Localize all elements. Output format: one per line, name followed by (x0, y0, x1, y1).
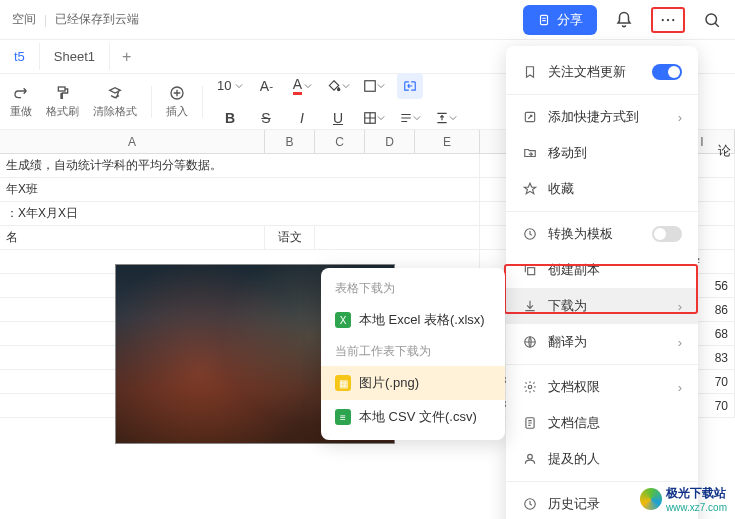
share-label: 分享 (557, 11, 583, 29)
chevron-right-icon: › (678, 380, 682, 395)
font-size-decrease[interactable]: A- (253, 73, 279, 99)
download-icon (522, 298, 538, 314)
format-painter-label: 格式刷 (46, 104, 79, 119)
watermark-url: www.xz7.com (666, 502, 727, 513)
separator: | (44, 13, 47, 27)
menu-follow-updates[interactable]: 关注文档更新 (506, 54, 698, 90)
submenu-header: 表格下载为 (321, 274, 505, 303)
share-button[interactable]: 分享 (523, 5, 597, 35)
cell-subject[interactable]: 语文 (265, 226, 315, 249)
save-status: 已经保存到云端 (55, 11, 139, 28)
col-header-a[interactable]: A (0, 130, 265, 153)
menu-translate-as[interactable]: 翻译为 › (506, 324, 698, 360)
search-icon[interactable] (701, 9, 723, 31)
menu-doc-permission[interactable]: 文档权限 › (506, 369, 698, 405)
align-button[interactable] (397, 105, 423, 131)
menu-label: 翻译为 (548, 333, 587, 351)
menu-label: 添加快捷方式到 (548, 108, 639, 126)
excel-icon: X (335, 312, 351, 328)
cell-style-button[interactable] (361, 105, 387, 131)
bookmark-icon (522, 64, 538, 80)
watermark-name: 极光下载站 (666, 485, 727, 502)
submenu-label: 图片(.png) (359, 374, 419, 392)
star-icon (522, 181, 538, 197)
cell-text[interactable]: 年X班 (0, 178, 480, 201)
menu-label: 转换为模板 (548, 225, 613, 243)
svg-point-3 (672, 18, 674, 20)
format-painter-icon[interactable] (53, 84, 73, 102)
fill-color-button[interactable] (325, 73, 351, 99)
more-menu-dropdown: 关注文档更新 添加快捷方式到 › 移动到 收藏 转换为模板 创建副本 下载为 ›… (506, 46, 698, 519)
col-header-b[interactable]: B (265, 130, 315, 153)
insert-label: 插入 (166, 104, 188, 119)
submenu-label: 本地 CSV 文件(.csv) (359, 408, 477, 426)
cell-text[interactable]: ：X年X月X日 (0, 202, 480, 225)
add-sheet-button[interactable]: + (110, 48, 143, 66)
chevron-down-icon (235, 82, 243, 90)
cell-text[interactable]: 名 (0, 226, 265, 249)
menu-label: 创建副本 (548, 261, 600, 279)
redo-icon[interactable] (11, 84, 31, 102)
menu-label: 历史记录 (548, 495, 600, 513)
redo-label: 重做 (10, 104, 32, 119)
menu-move-to[interactable]: 移动到 (506, 135, 698, 171)
col-header-c[interactable]: C (315, 130, 365, 153)
submenu-header: 当前工作表下载为 (321, 337, 505, 366)
clear-format-label: 清除格式 (93, 104, 137, 119)
toggle-off[interactable] (652, 226, 682, 242)
font-size-selector[interactable]: 10 (217, 78, 243, 93)
strikethrough-button[interactable]: S (253, 105, 279, 131)
underline-button[interactable]: U (325, 105, 351, 131)
gear-icon (522, 379, 538, 395)
svg-rect-7 (365, 80, 376, 91)
svg-rect-11 (528, 268, 535, 275)
menu-mentioned[interactable]: 提及的人 (506, 441, 698, 477)
submenu-png[interactable]: ▦ 图片(.png) (321, 366, 505, 400)
svg-point-2 (667, 18, 669, 20)
ellipsis-icon (659, 11, 677, 29)
menu-add-shortcut[interactable]: 添加快捷方式到 › (506, 99, 698, 135)
watermark: 极光下载站 www.xz7.com (640, 485, 727, 513)
submenu-label: 本地 Excel 表格(.xlsx) (359, 311, 485, 329)
notification-icon[interactable] (613, 9, 635, 31)
submenu-csv[interactable]: ≡ 本地 CSV 文件(.csv) (321, 400, 505, 434)
tab-sheet1[interactable]: Sheet1 (40, 43, 110, 70)
move-icon (522, 145, 538, 161)
toggle-on[interactable] (652, 64, 682, 80)
svg-point-4 (706, 14, 717, 25)
bold-button[interactable]: B (217, 105, 243, 131)
border-button[interactable] (361, 73, 387, 99)
menu-label: 文档权限 (548, 378, 600, 396)
insert-icon[interactable] (167, 84, 187, 102)
chevron-right-icon: › (678, 299, 682, 314)
image-icon: ▦ (335, 375, 351, 391)
menu-download-as[interactable]: 下载为 › (506, 288, 698, 324)
chevron-right-icon: › (678, 110, 682, 125)
merge-cells-button[interactable] (397, 73, 423, 99)
shortcut-icon (522, 109, 538, 125)
col-header-d[interactable]: D (365, 130, 415, 153)
menu-label: 移动到 (548, 144, 587, 162)
menu-favorite[interactable]: 收藏 (506, 171, 698, 207)
menu-label: 文档信息 (548, 414, 600, 432)
col-header-e[interactable]: E (415, 130, 480, 153)
menu-doc-info[interactable]: 文档信息 (506, 405, 698, 441)
svg-point-15 (528, 454, 533, 459)
history-icon (522, 496, 538, 512)
italic-button[interactable]: I (289, 105, 315, 131)
valign-button[interactable] (433, 105, 459, 131)
menu-to-template[interactable]: 转换为模板 (506, 216, 698, 252)
menu-label: 提及的人 (548, 450, 600, 468)
cell-text[interactable]: 生成绩，自动统计学科的平均分等数据。 (0, 154, 480, 177)
more-menu-button[interactable] (651, 7, 685, 33)
font-size-value: 10 (217, 78, 231, 93)
download-submenu: 表格下载为 X 本地 Excel 表格(.xlsx) 当前工作表下载为 ▦ 图片… (321, 268, 505, 440)
info-icon (522, 415, 538, 431)
mention-icon (522, 451, 538, 467)
tab-t5[interactable]: t5 (0, 43, 40, 70)
font-color-button[interactable]: A (289, 73, 315, 99)
menu-create-copy[interactable]: 创建副本 (506, 252, 698, 288)
submenu-xlsx[interactable]: X 本地 Excel 表格(.xlsx) (321, 303, 505, 337)
clear-format-icon[interactable] (105, 84, 125, 102)
menu-label: 下载为 (548, 297, 587, 315)
